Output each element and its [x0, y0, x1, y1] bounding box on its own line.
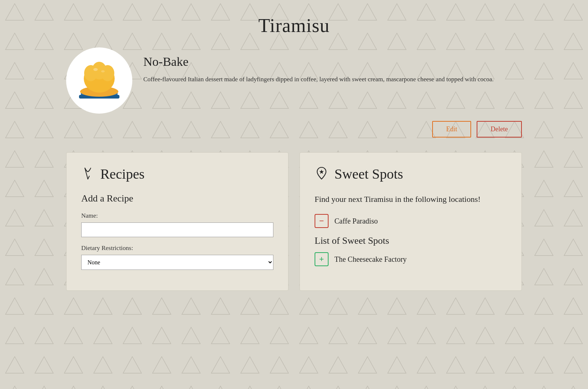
svg-point-9 [93, 68, 98, 71]
list-sweet-spots-label: List of Sweet Spots [315, 235, 507, 246]
name-form-group: Name: [81, 212, 273, 237]
recipes-card-title: Recipes [100, 166, 144, 182]
svg-line-11 [85, 168, 88, 179]
recipes-card-header: Recipes [81, 166, 273, 182]
main-content: Recipes Add a Recipe Name: Dietary Restr… [66, 152, 522, 291]
sweet-spots-card-title: Sweet Spots [334, 166, 403, 182]
dessert-avatar [66, 47, 132, 114]
recipe-name-input[interactable] [81, 222, 273, 237]
sweet-spots-card-header: Sweet Spots [315, 166, 507, 182]
delete-button[interactable]: Delete [477, 121, 522, 138]
dietary-form-group: Dietary Restrictions: None Vegetarian Ve… [81, 245, 273, 270]
current-location-item: − Caffe Paradiso [315, 214, 507, 228]
header-section: No-Bake Coffee-flavoured Italian dessert… [66, 47, 522, 114]
remove-location-button[interactable]: − [315, 214, 329, 228]
name-label: Name: [81, 212, 273, 220]
add-location-button[interactable]: + [315, 252, 329, 266]
available-location-name: The Cheesecake Factory [334, 255, 407, 264]
sweet-spots-intro-text: Find your next Tiramisu in the following… [315, 193, 507, 205]
edit-button[interactable]: Edit [432, 121, 471, 138]
pin-star-icon [315, 166, 329, 182]
add-recipe-label: Add a Recipe [81, 193, 273, 204]
page-title: Tiramisu [66, 15, 522, 36]
whisk-icon [81, 167, 94, 182]
dietary-restrictions-select[interactable]: None Vegetarian Vegan Gluten-Free Dairy-… [81, 255, 273, 270]
svg-line-12 [88, 176, 89, 179]
dessert-description: Coffee-flavoured Italian dessert made of… [143, 74, 503, 85]
sweet-spots-card: Sweet Spots Find your next Tiramisu in t… [300, 152, 522, 291]
recipes-card: Recipes Add a Recipe Name: Dietary Restr… [66, 152, 288, 291]
available-location-item: + The Cheesecake Factory [315, 252, 507, 266]
dessert-type: No-Bake [143, 55, 522, 69]
dessert-image-icon [75, 57, 123, 104]
svg-point-10 [101, 70, 105, 72]
svg-point-8 [101, 65, 114, 81]
action-buttons: Edit Delete [66, 121, 522, 138]
header-info: No-Bake Coffee-flavoured Italian dessert… [143, 47, 522, 85]
dietary-label: Dietary Restrictions: [81, 245, 273, 252]
current-location-name: Caffe Paradiso [334, 217, 378, 225]
svg-marker-13 [319, 169, 324, 174]
